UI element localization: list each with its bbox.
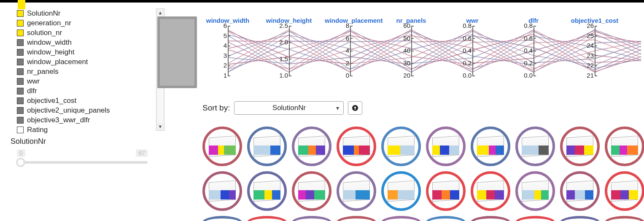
pc-axis-line bbox=[595, 26, 595, 76]
solution-thumbnail[interactable] bbox=[426, 127, 466, 166]
variable-checkbox[interactable] bbox=[17, 117, 24, 124]
solution-thumbnail[interactable] bbox=[515, 127, 555, 166]
slider-min: 0 bbox=[17, 149, 25, 157]
solution-thumbnail[interactable] bbox=[515, 216, 555, 221]
solution-thumbnail[interactable] bbox=[247, 127, 287, 166]
variable-item[interactable]: objective3_wwr_dlfr bbox=[17, 115, 164, 125]
pc-axis[interactable]: objective1_cost262524232221 bbox=[569, 17, 620, 24]
solution-thumbnail[interactable] bbox=[471, 216, 510, 221]
variable-item[interactable]: objective1_cost bbox=[17, 96, 164, 105]
variable-item[interactable]: nr_panels bbox=[17, 67, 164, 76]
variable-checkbox[interactable] bbox=[17, 49, 24, 56]
solution-thumbnail[interactable] bbox=[202, 216, 242, 221]
slider-handle[interactable] bbox=[16, 158, 25, 167]
pc-tick: 2.5 bbox=[268, 22, 288, 29]
variable-checkbox[interactable] bbox=[17, 39, 24, 46]
solution-thumbnail[interactable] bbox=[426, 216, 466, 221]
pc-tick: 0.8 bbox=[451, 22, 472, 29]
pc-axis-title[interactable]: objecti bbox=[631, 17, 644, 24]
pc-tick: 0.0 bbox=[451, 72, 472, 79]
variable-checkbox[interactable] bbox=[17, 78, 24, 85]
slider-max: 67 bbox=[136, 149, 148, 157]
solution-thumbnail[interactable] bbox=[515, 171, 555, 211]
variable-item[interactable]: objective2_unique_panels bbox=[17, 105, 164, 115]
pc-tick: 21 bbox=[574, 72, 594, 79]
thumbnail-preview bbox=[298, 137, 325, 156]
solution-thumbnail[interactable] bbox=[247, 171, 287, 211]
pc-axis[interactable]: dlfr0.80.60.40.20.0 bbox=[508, 17, 559, 24]
variable-checkbox[interactable] bbox=[17, 107, 24, 114]
solution-thumbnail[interactable] bbox=[202, 171, 242, 211]
thumbnail-preview bbox=[209, 137, 236, 156]
variable-item[interactable]: window_height bbox=[17, 47, 164, 57]
pc-axis[interactable]: nr_panels6050403020 bbox=[386, 17, 437, 24]
variable-label: wwr bbox=[27, 77, 40, 86]
variable-label: solution_nr bbox=[27, 29, 62, 37]
scroll-track[interactable] bbox=[157, 16, 163, 123]
solution-thumbnail[interactable] bbox=[292, 171, 331, 211]
solution-thumbnail[interactable] bbox=[247, 216, 287, 221]
scroll-up-icon[interactable]: ▲ bbox=[156, 9, 164, 16]
pc-tick: 6 bbox=[329, 35, 349, 42]
variable-checkbox[interactable] bbox=[17, 127, 24, 133]
pc-axis[interactable]: window_height2.52.01.51.0 bbox=[264, 17, 314, 24]
solution-thumbnail[interactable] bbox=[560, 127, 600, 166]
sort-direction-button[interactable] bbox=[348, 101, 362, 115]
window-top-bar bbox=[0, 0, 644, 3]
pc-axis[interactable]: window_placement86420 bbox=[325, 17, 375, 24]
variable-item[interactable]: window_placement bbox=[17, 57, 164, 67]
variable-checkbox[interactable] bbox=[17, 88, 24, 94]
solution-thumbnail[interactable] bbox=[292, 216, 331, 221]
sort-select[interactable]: SolutionNr ▾ bbox=[234, 101, 344, 115]
thumbnail-preview bbox=[253, 137, 280, 156]
pc-axis[interactable]: objecti bbox=[631, 17, 644, 24]
filter-slider: SolutionNr 0 67 bbox=[17, 137, 164, 159]
variable-checkbox[interactable] bbox=[17, 10, 24, 17]
variable-checkbox[interactable] bbox=[17, 59, 24, 65]
thumbnail-preview bbox=[611, 181, 638, 201]
solution-thumbnail[interactable] bbox=[471, 171, 510, 211]
sort-label: Sort by: bbox=[202, 103, 230, 113]
solution-thumbnail[interactable] bbox=[426, 171, 466, 211]
variable-item[interactable]: solution_nr bbox=[17, 28, 164, 38]
solution-thumbnail[interactable] bbox=[381, 171, 421, 211]
scroll-down-icon[interactable]: ▼ bbox=[156, 123, 164, 130]
slider-rail[interactable]: 0 67 bbox=[17, 148, 148, 159]
variable-checkbox[interactable] bbox=[17, 68, 24, 75]
variable-item[interactable]: generation_nr bbox=[17, 18, 164, 28]
solution-thumbnail[interactable] bbox=[605, 171, 644, 211]
solution-thumbnail[interactable] bbox=[202, 127, 242, 166]
sidebar-scrollbar[interactable]: ▲ ▼ bbox=[156, 8, 164, 131]
selection-marker bbox=[18, 0, 25, 9]
solution-thumbnail[interactable] bbox=[337, 127, 376, 166]
scroll-thumb[interactable] bbox=[157, 16, 197, 88]
pc-axis-line bbox=[289, 26, 290, 76]
variable-item[interactable]: Rating bbox=[17, 125, 164, 135]
variable-item[interactable]: window_width bbox=[17, 38, 164, 47]
pc-tick: 1.0 bbox=[268, 72, 288, 79]
solution-thumbnail[interactable] bbox=[605, 216, 644, 221]
slider-track[interactable] bbox=[17, 161, 148, 164]
solution-thumbnail[interactable] bbox=[292, 127, 331, 166]
solution-thumbnail[interactable] bbox=[337, 216, 376, 221]
variable-checkbox[interactable] bbox=[17, 30, 24, 36]
parallel-coordinates-chart[interactable]: window_width654321window_height2.52.01.5… bbox=[202, 17, 641, 80]
thumbnail-preview bbox=[432, 181, 459, 201]
variable-item[interactable]: wwr bbox=[17, 76, 164, 86]
solution-thumbnail[interactable] bbox=[605, 127, 644, 166]
solution-thumbnail[interactable] bbox=[381, 216, 421, 221]
variable-item[interactable]: dlfr bbox=[17, 86, 164, 96]
thumbnail-preview bbox=[477, 137, 504, 156]
solution-thumbnail[interactable] bbox=[560, 216, 600, 221]
solution-thumbnail[interactable] bbox=[560, 171, 600, 211]
variable-item[interactable]: SolutionNr bbox=[17, 8, 164, 18]
thumbnail-preview bbox=[566, 137, 593, 156]
pc-axis[interactable]: window_width654321 bbox=[202, 17, 253, 24]
solution-thumbnail[interactable] bbox=[381, 127, 421, 166]
variable-checkbox[interactable] bbox=[17, 20, 24, 27]
solution-thumbnail[interactable] bbox=[337, 171, 376, 211]
thumbnail-preview bbox=[388, 137, 415, 156]
solution-thumbnail[interactable] bbox=[471, 127, 510, 166]
pc-axis[interactable]: wwr0.80.60.40.20.0 bbox=[447, 17, 498, 24]
variable-checkbox[interactable] bbox=[17, 97, 24, 104]
